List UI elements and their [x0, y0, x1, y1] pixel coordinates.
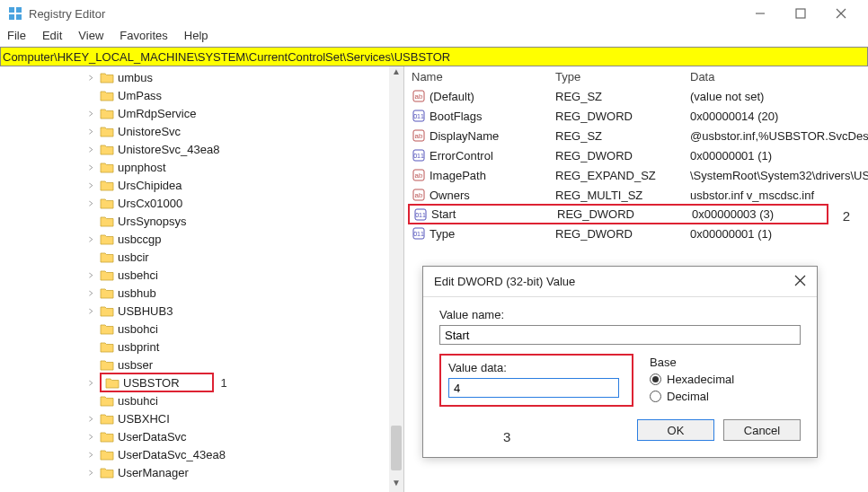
folder-icon — [100, 250, 114, 263]
scroll-down-icon[interactable]: ▼ — [389, 478, 403, 492]
tree-item[interactable]: usbcir — [0, 248, 403, 266]
col-name[interactable]: Name — [412, 70, 555, 83]
expand-icon[interactable]: ﹥ — [85, 179, 96, 192]
expand-icon[interactable]: ﹥ — [85, 286, 96, 300]
value-row[interactable]: ab(Default)REG_SZ(value not set) — [404, 86, 868, 106]
folder-icon — [100, 394, 114, 407]
svg-rect-5 — [796, 9, 805, 18]
col-data[interactable]: Data — [690, 70, 868, 83]
expand-icon[interactable]: ﹥ — [85, 143, 96, 156]
radio-hex[interactable]: Hexadecimal — [650, 373, 801, 386]
folder-icon — [100, 304, 114, 317]
menu-view[interactable]: View — [75, 27, 107, 47]
value-name-input[interactable] — [439, 325, 801, 345]
menu-help[interactable]: Help — [181, 27, 212, 47]
value-row[interactable]: 011ErrorControlREG_DWORD0x00000001 (1) — [404, 145, 868, 165]
tree-item[interactable]: ﹥umbus — [0, 68, 403, 86]
tree-item[interactable]: usbser — [0, 356, 403, 373]
value-row[interactable]: abDisplayNameREG_SZ@usbstor.inf,%USBSTOR… — [404, 126, 868, 145]
tree-item[interactable]: usbprint — [0, 338, 403, 356]
svg-text:ab: ab — [415, 191, 423, 199]
tree-item[interactable]: ﹥UmRdpService — [0, 104, 403, 122]
tree-item[interactable]: ﹥usbccgp — [0, 230, 403, 248]
tree-item-label: usbcir — [118, 250, 149, 264]
svg-text:ab: ab — [415, 132, 423, 140]
tree-item[interactable]: ﹥UserDataSvc_43ea8 — [0, 445, 403, 463]
dialog-close-button[interactable] — [794, 274, 806, 290]
tree-item[interactable]: usbohci — [0, 320, 403, 338]
expand-icon[interactable]: ﹥ — [85, 376, 96, 390]
expand-icon[interactable]: ﹥ — [85, 430, 96, 444]
svg-rect-1 — [16, 7, 22, 13]
tree-item-label: UrsSynopsys — [118, 215, 187, 228]
minimize-button[interactable] — [740, 0, 780, 27]
value-name: Start — [431, 207, 557, 221]
value-row[interactable]: 011StartREG_DWORD0x00000003 (3) — [408, 204, 828, 224]
value-row[interactable]: 011TypeREG_DWORD0x00000001 (1) — [404, 224, 868, 243]
ok-button[interactable]: OK — [637, 419, 714, 441]
expand-icon[interactable]: ﹥ — [85, 268, 96, 282]
tree-scrollbar[interactable]: ▲ ▼ — [389, 66, 403, 492]
value-name: DisplayName — [430, 129, 555, 143]
value-row[interactable]: 011BootFlagsREG_DWORD0x00000014 (20) — [404, 106, 868, 126]
radio-dec[interactable]: Decimal — [650, 390, 801, 403]
expand-icon[interactable]: ﹥ — [85, 412, 96, 426]
value-name: ImagePath — [430, 169, 555, 182]
value-data: 0x00000003 (3) — [692, 207, 827, 221]
svg-rect-0 — [9, 7, 14, 13]
expand-icon[interactable]: ﹥ — [85, 466, 96, 479]
expand-icon[interactable]: ﹥ — [85, 233, 96, 246]
expand-icon[interactable]: ﹥ — [85, 71, 96, 84]
tree-item[interactable]: ﹥upnphost — [0, 158, 403, 176]
value-row[interactable]: abOwnersREG_MULTI_SZusbstor.inf v_mscdsc… — [404, 185, 868, 205]
folder-icon — [100, 466, 114, 479]
tree-item[interactable]: ﹥UnistoreSvc_43ea8 — [0, 140, 403, 158]
tree-item[interactable]: ﹥UrsCx01000 — [0, 194, 403, 212]
menu-favorites[interactable]: Favorites — [116, 27, 171, 47]
col-type[interactable]: Type — [555, 70, 690, 83]
expand-icon[interactable]: ﹥ — [85, 197, 96, 210]
tree-item[interactable]: ﹥UserDataSvc — [0, 427, 403, 445]
maximize-button[interactable] — [780, 0, 820, 27]
value-data-input[interactable] — [448, 378, 619, 398]
folder-icon — [100, 358, 114, 371]
tree-item[interactable]: ﹥UnistoreSvc — [0, 122, 403, 140]
cancel-button[interactable]: Cancel — [723, 419, 801, 441]
binary-icon: 011 — [412, 149, 426, 162]
expand-icon[interactable]: ﹥ — [85, 304, 96, 318]
address-bar[interactable]: Computer\HKEY_LOCAL_MACHINE\SYSTEM\Curre… — [0, 47, 868, 66]
tree-item[interactable]: ﹥USBXHCI — [0, 409, 403, 427]
values-header[interactable]: Name Type Data — [404, 66, 868, 86]
value-type: REG_DWORD — [557, 207, 692, 221]
expand-icon[interactable]: ﹥ — [85, 125, 96, 138]
value-data: usbstor.inf v_mscdsc.inf — [690, 189, 868, 202]
value-type: REG_DWORD — [555, 227, 690, 241]
value-data: (value not set) — [690, 90, 868, 103]
radio-hex-label: Hexadecimal — [667, 373, 734, 386]
close-button[interactable] — [820, 0, 861, 27]
tree-item-label: USBXHCI — [118, 412, 170, 426]
value-name: (Default) — [430, 90, 555, 103]
value-data-group: Value data: — [439, 354, 633, 407]
value-name-label: Value name: — [439, 308, 801, 321]
tree-item[interactable]: UrsSynopsys — [0, 212, 403, 230]
menu-edit[interactable]: Edit — [39, 27, 66, 47]
regedit-icon — [7, 5, 23, 22]
tree-item[interactable]: ﹥usbhub — [0, 284, 403, 302]
expand-icon[interactable]: ﹥ — [85, 161, 96, 174]
tree-item[interactable]: ﹥USBSTOR1 — [0, 373, 403, 391]
tree-item[interactable]: ﹥UserManager — [0, 463, 403, 481]
expand-icon[interactable]: ﹥ — [85, 448, 96, 461]
tree-item[interactable]: ﹥usbehci — [0, 266, 403, 284]
expand-icon[interactable]: ﹥ — [85, 107, 96, 120]
menu-file[interactable]: File — [4, 27, 30, 47]
scroll-up-icon[interactable]: ▲ — [389, 66, 403, 81]
tree-item[interactable]: ﹥USBHUB3 — [0, 302, 403, 320]
string-icon: ab — [412, 90, 426, 102]
tree-item[interactable]: UmPass — [0, 86, 403, 104]
folder-icon — [105, 376, 120, 389]
scroll-thumb[interactable] — [391, 426, 402, 470]
tree-item[interactable]: usbuhci — [0, 391, 403, 409]
tree-item[interactable]: ﹥UrsChipidea — [0, 176, 403, 194]
value-row[interactable]: abImagePathREG_EXPAND_SZ\SystemRoot\Syst… — [404, 165, 868, 185]
